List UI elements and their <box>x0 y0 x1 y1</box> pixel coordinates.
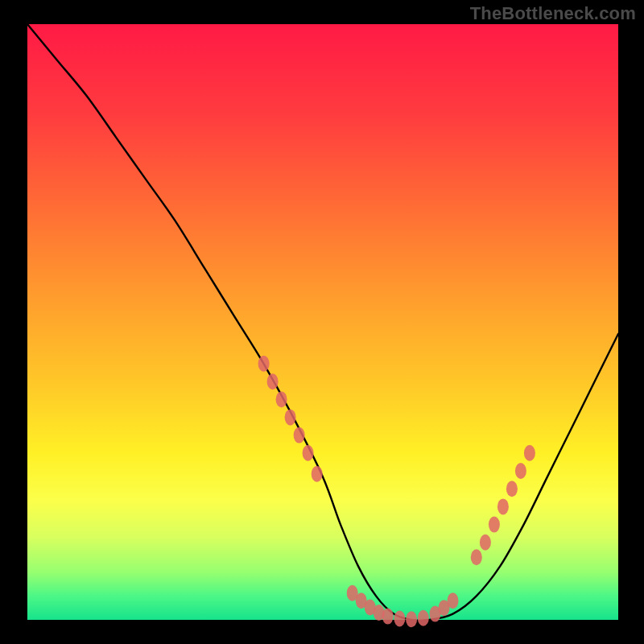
bottleneck-chart <box>0 0 644 644</box>
data-marker <box>418 610 429 626</box>
data-marker <box>406 611 417 627</box>
data-marker <box>303 445 314 461</box>
data-marker <box>382 609 394 625</box>
data-marker <box>267 374 279 390</box>
data-marker <box>506 481 518 497</box>
data-marker <box>524 445 535 461</box>
data-marker <box>471 549 482 565</box>
chart-frame: { "watermark": "TheBottleneck.com", "gra… <box>0 0 644 644</box>
watermark-text: TheBottleneck.com <box>470 3 636 24</box>
data-marker <box>515 463 526 479</box>
plot-background <box>27 24 618 620</box>
data-marker <box>294 427 305 444</box>
data-marker <box>258 356 270 372</box>
data-marker <box>480 535 491 551</box>
data-marker <box>497 498 509 514</box>
data-marker <box>394 611 405 627</box>
data-marker <box>276 391 287 407</box>
data-marker <box>448 592 459 609</box>
data-marker <box>312 466 323 482</box>
data-marker <box>285 409 296 425</box>
data-marker <box>489 517 500 533</box>
